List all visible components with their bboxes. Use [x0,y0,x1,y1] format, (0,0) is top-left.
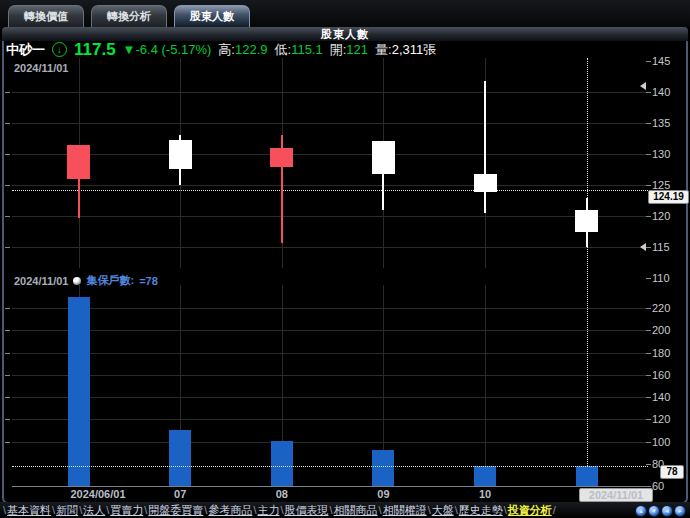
bottom-nav-item-相關權證[interactable]: 相關權證 [383,504,427,516]
up-arrow-icon[interactable]: ▲ [635,505,647,517]
left-arrow-icon[interactable]: ◄ [661,505,673,517]
bottom-nav-item-股價表現[interactable]: 股價表現 [285,504,329,516]
nav-separator: \ [3,504,6,516]
tab-shareholder-count[interactable]: 股東人數 [174,5,250,27]
down-circle-icon: ↓ [52,42,67,57]
tab-conversion-value[interactable]: 轉換價值 [8,5,84,27]
nav-separator: \ [106,504,109,516]
down-arrow-icon[interactable]: ▼ [648,505,660,517]
volume: 量:2,311張 [375,41,436,59]
chart-panel [2,27,688,504]
tab-conversion-analysis[interactable]: 轉換分析 [91,5,167,27]
bottom-nav-item-基本資料[interactable]: 基本資料 [7,504,51,516]
nav-separator: \ [280,504,283,516]
bottom-nav-item-開盤委買賣[interactable]: 開盤委買賣 [148,504,203,516]
bottom-nav-item-法人[interactable]: 法人 [83,504,105,516]
nav-separator: \ [144,504,147,516]
bottom-nav-item-大盤[interactable]: 大盤 [432,504,454,516]
bottom-nav-item-投資分析[interactable]: 投資分析 [508,504,552,516]
price-change: ▼-6.4 (-5.17%) [123,42,212,57]
nav-separator: \ [379,504,382,516]
app-window: 轉換價值 轉換分析 股東人數 股東人數 中砂一 ↓ 117.5 ▼-6.4 (-… [0,0,690,518]
nav-separator: \ [428,504,431,516]
bottom-nav-item-買賣力[interactable]: 買賣力 [110,504,143,516]
day-high: 高:122.9 [218,41,267,59]
bottom-nav-item-參考商品[interactable]: 參考商品 [208,504,252,516]
bottom-nav-item-歷史走勢[interactable]: 歷史走勢 [459,504,503,516]
nav-separator: \ [79,504,82,516]
symbol-name: 中砂一 [6,41,45,59]
bottom-nav-item-主力[interactable]: 主力 [257,504,279,516]
nav-separator: \ [504,504,507,516]
bottom-nav-item-新聞[interactable]: 新聞 [56,504,78,516]
quote-line: 中砂一 ↓ 117.5 ▼-6.4 (-5.17%) 高:122.9 低:115… [6,41,686,58]
right-arrow-icon[interactable]: ► [674,505,686,517]
bottom-nav-item-相關商品[interactable]: 相關商品 [334,504,378,516]
day-open: 開:121 [330,41,368,59]
nav-separator: \ [455,504,458,516]
bottom-nav: \基本資料\新聞\法人\買賣力\開盤委買賣\參考商品\主力\股價表現\相關商品\… [0,502,690,518]
nav-circle-buttons: ▲▼◄► [635,505,686,517]
day-low: 低:115.1 [275,41,323,59]
nav-separator: \ [253,504,256,516]
last-price: 117.5 [74,40,116,60]
nav-separator: \ [52,504,55,516]
nav-trailing-slash: / [553,504,556,516]
nav-separator: \ [204,504,207,516]
nav-separator: \ [330,504,333,516]
tab-bar: 轉換價值 轉換分析 股東人數 [0,0,690,27]
bottom-nav-links: \基本資料\新聞\法人\買賣力\開盤委買賣\參考商品\主力\股價表現\相關商品\… [2,503,557,518]
